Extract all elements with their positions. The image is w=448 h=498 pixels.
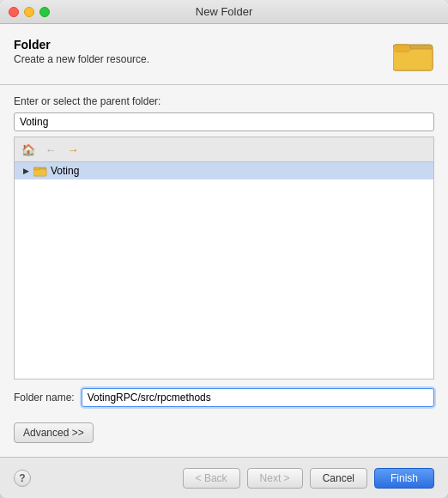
header-text: Folder Create a new folder resource. <box>14 38 149 65</box>
folder-name-label: Folder name: <box>14 392 75 404</box>
footer-left: ? <box>14 470 31 487</box>
advanced-button[interactable]: Advanced >> <box>14 422 94 443</box>
minimize-button[interactable] <box>24 7 34 17</box>
folder-icon-large <box>393 38 434 72</box>
next-button[interactable]: Next > <box>247 468 303 489</box>
dialog-footer: ? < Back Next > Cancel Finish <box>0 457 448 498</box>
back-arrow-icon: ← <box>45 143 57 156</box>
forward-arrow-icon: → <box>68 143 79 156</box>
header-description: Create a new folder resource. <box>14 53 149 65</box>
dialog-content: Folder Create a new folder resource. Ent… <box>0 24 448 457</box>
tree-item-label: Voting <box>51 165 79 177</box>
home-icon: 🏠 <box>21 143 35 156</box>
tree-toolbar: 🏠 ← → <box>14 137 434 161</box>
svg-rect-3 <box>393 48 410 52</box>
titlebar: New Folder <box>0 0 448 24</box>
back-button[interactable]: < Back <box>183 468 240 489</box>
advanced-section: Advanced >> <box>14 414 434 443</box>
maximize-button[interactable] <box>39 7 50 17</box>
cancel-button[interactable]: Cancel <box>310 468 367 489</box>
svg-rect-6 <box>33 167 39 170</box>
header-section: Folder Create a new folder resource. <box>14 38 434 72</box>
back-toolbar-button[interactable]: ← <box>42 141 59 158</box>
tree-item-voting[interactable]: ▶ Voting <box>15 162 433 179</box>
header-divider <box>0 84 448 85</box>
tree-expand-arrow[interactable]: ▶ <box>21 167 30 175</box>
header-title: Folder <box>14 38 149 52</box>
folder-large-svg <box>393 38 434 72</box>
close-button[interactable] <box>9 7 19 17</box>
parent-folder-label: Enter or select the parent folder: <box>14 95 434 107</box>
forward-toolbar-button[interactable]: → <box>64 141 82 158</box>
folder-name-section: Folder name: <box>14 388 434 407</box>
help-button[interactable]: ? <box>14 470 31 487</box>
parent-folder-input[interactable] <box>14 112 434 131</box>
svg-rect-1 <box>393 49 433 70</box>
finish-button[interactable]: Finish <box>374 468 434 489</box>
home-toolbar-button[interactable]: 🏠 <box>20 141 37 158</box>
tree-folder-icon <box>33 165 47 177</box>
folder-name-input[interactable] <box>82 388 434 407</box>
folder-tree[interactable]: ▶ Voting <box>14 161 434 380</box>
window-title: New Folder <box>196 5 252 18</box>
window-controls <box>9 7 50 17</box>
footer-right: < Back Next > Cancel Finish <box>183 468 434 489</box>
new-folder-dialog: New Folder Folder Create a new folder re… <box>0 0 448 498</box>
help-icon: ? <box>19 472 25 484</box>
